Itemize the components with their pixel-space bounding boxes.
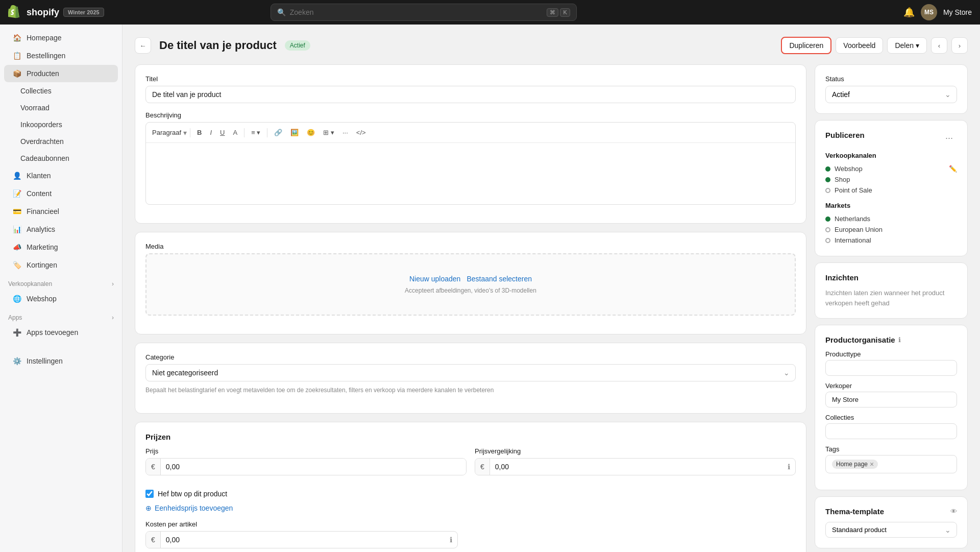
font-color-button[interactable]: A xyxy=(230,127,241,138)
sidebar: 🏠 Homepage 📋 Bestellingen 📦 Producten Co… xyxy=(0,25,122,552)
channel-shop: Shop xyxy=(825,174,957,185)
netherlands-dot xyxy=(825,217,830,222)
collecties-group: Collecties xyxy=(825,414,957,439)
sidebar-label-kortingen: Kortingen xyxy=(27,261,57,269)
sidebar-item-apps-toevoegen[interactable]: ➕ Apps toevoegen xyxy=(4,324,118,341)
orders-icon: 📋 xyxy=(12,51,21,60)
eenheidsprijs-add[interactable]: ⊕ Eenheidsprijs toevoegen xyxy=(145,504,796,512)
thema-select-wrap: Standaard product xyxy=(825,522,957,538)
header-actions: Dupliceren Voorbeeld Delen ▾ ‹ › xyxy=(781,37,968,54)
sidebar-item-webshop[interactable]: 🌐 Webshop xyxy=(4,290,118,307)
sidebar-item-financieel[interactable]: 💳 Financieel xyxy=(4,203,118,220)
sidebar-item-bestellingen[interactable]: 📋 Bestellingen xyxy=(4,47,118,64)
thema-preview-button[interactable]: 👁 xyxy=(950,508,957,515)
verkoper-input[interactable] xyxy=(825,392,957,407)
add-icon: ➕ xyxy=(12,328,21,337)
upload-button[interactable]: Nieuw uploaden xyxy=(409,275,460,283)
code-button[interactable]: </> xyxy=(353,127,370,138)
status-label: Status xyxy=(825,75,957,83)
sidebar-item-kortingen[interactable]: 🏷️ Kortingen xyxy=(4,256,118,274)
notification-button[interactable]: 🔔 xyxy=(903,7,915,18)
producttype-input[interactable] xyxy=(825,360,957,376)
kosten-prefix: € xyxy=(146,532,161,548)
italic-button[interactable]: I xyxy=(206,127,215,138)
sidebar-item-overdrachten[interactable]: Overdrachten xyxy=(4,133,118,150)
share-chevron-icon: ▾ xyxy=(916,41,919,50)
sidebar-item-klanten[interactable]: 👤 Klanten xyxy=(4,167,118,184)
media-group: Media Nieuw uploaden Bestaand selecteren… xyxy=(145,243,796,316)
sidebar-label-bestellingen: Bestellingen xyxy=(27,52,65,60)
apps-label: Apps xyxy=(8,314,22,321)
media-hint: Accepteert afbeeldingen, video's of 3D-m… xyxy=(157,287,785,294)
sidebar-item-cadeaubonnen[interactable]: Cadeaubonnen xyxy=(4,150,118,166)
sidebar-item-analytics[interactable]: 📊 Analytics xyxy=(4,221,118,238)
underline-button[interactable]: U xyxy=(216,127,228,138)
inzichten-card: Inzichten Inzichten laten zien wanneer h… xyxy=(815,262,968,319)
preview-button[interactable]: Voorbeeld xyxy=(836,37,883,54)
verkoopkanalen-chevron: › xyxy=(112,280,114,287)
sidebar-item-producten[interactable]: 📦 Producten xyxy=(4,65,118,82)
status-select[interactable]: Actief xyxy=(825,86,957,103)
verkoper-group: Verkoper xyxy=(825,382,957,407)
publiceren-more-button[interactable]: ··· xyxy=(941,132,957,145)
products-icon: 📦 xyxy=(12,69,21,78)
search-kbd-cmd: ⌘ xyxy=(547,8,558,17)
sidebar-item-marketing[interactable]: 📣 Marketing xyxy=(4,238,118,256)
productorganisatie-title: Productorganisatie xyxy=(825,335,895,344)
image-button[interactable]: 🖼️ xyxy=(287,127,302,138)
homepage-tag-remove[interactable]: × xyxy=(870,461,874,468)
sidebar-item-homepage[interactable]: 🏠 Homepage xyxy=(4,29,118,46)
status-badge: Actief xyxy=(285,40,310,51)
sidebar-item-instellingen[interactable]: ⚙️ Instellingen xyxy=(4,352,118,370)
productorganisatie-card: Productorganisatie ℹ Producttype Verkope… xyxy=(815,325,968,490)
link-button[interactable]: 🔗 xyxy=(271,127,286,138)
titel-label: Titel xyxy=(145,75,796,83)
back-button[interactable]: ← xyxy=(135,37,151,54)
webshop-edit-icon[interactable]: ✏️ xyxy=(949,165,957,173)
nav-prev-button[interactable]: ‹ xyxy=(931,37,947,54)
prijsvergelijking-input[interactable] xyxy=(490,459,782,475)
analytics-icon: 📊 xyxy=(12,225,21,234)
nav-next-button[interactable]: › xyxy=(951,37,968,54)
customers-icon: 👤 xyxy=(12,171,21,180)
more-button[interactable]: ··· xyxy=(339,127,352,138)
sidebar-item-inkooporders[interactable]: Inkooporders xyxy=(4,116,118,133)
table-button[interactable]: ⊞ ▾ xyxy=(320,127,338,138)
format-chevron-icon: ▾ xyxy=(183,129,187,137)
productorganisatie-header: Productorganisatie ℹ xyxy=(825,335,957,344)
share-button[interactable]: Delen ▾ xyxy=(887,37,927,54)
duplicate-button[interactable]: Dupliceren xyxy=(781,37,831,54)
logo: shopify Winter 2025 xyxy=(8,5,104,19)
align-button[interactable]: ≡ ▾ xyxy=(248,127,264,138)
eenheidsprijs-label: Eenheidsprijs toevoegen xyxy=(155,504,233,512)
sidebar-label-financieel: Financieel xyxy=(27,207,59,215)
categorie-group: Categorie Niet gecategoriseerd Bepaalt h… xyxy=(145,353,796,395)
beschrijving-group: Beschrijving Paragraaf ▾ B I U xyxy=(145,111,796,205)
search-input[interactable] xyxy=(290,8,543,16)
categorie-select[interactable]: Niet gecategoriseerd xyxy=(145,364,796,381)
titel-input[interactable] xyxy=(145,86,796,103)
thema-select[interactable]: Standaard product xyxy=(825,522,957,538)
sidebar-item-voorraad[interactable]: Voorraad xyxy=(4,100,118,116)
bold-button[interactable]: B xyxy=(193,127,205,138)
btw-checkbox[interactable] xyxy=(145,490,154,498)
settings-icon: ⚙️ xyxy=(12,356,21,366)
tags-input-wrap[interactable]: Home page × xyxy=(825,455,957,473)
sidebar-label-overdrachten: Overdrachten xyxy=(20,137,64,146)
select-existing-button[interactable]: Bestaand selecteren xyxy=(467,275,532,283)
prijs-input[interactable] xyxy=(161,459,466,475)
search-box[interactable]: 🔍 ⌘ K xyxy=(271,4,577,21)
share-label: Delen xyxy=(895,41,914,50)
kosten-input[interactable] xyxy=(161,532,445,548)
sidebar-label-instellingen: Instellingen xyxy=(27,357,63,365)
collecties-input[interactable] xyxy=(825,423,957,439)
media-upload-area[interactable]: Nieuw uploaden Bestaand selecteren Accep… xyxy=(145,253,796,316)
editor-body[interactable] xyxy=(146,143,795,204)
sidebar-item-content[interactable]: 📝 Content xyxy=(4,185,118,202)
sidebar-label-inkooporders: Inkooporders xyxy=(20,121,62,129)
publiceren-title: Publiceren xyxy=(825,131,865,139)
sidebar-item-collecties[interactable]: Collecties xyxy=(4,83,118,99)
store-name-topbar: My Store xyxy=(943,8,972,16)
emoji-button[interactable]: 😊 xyxy=(303,127,318,138)
prijs-prefix: € xyxy=(146,459,161,475)
